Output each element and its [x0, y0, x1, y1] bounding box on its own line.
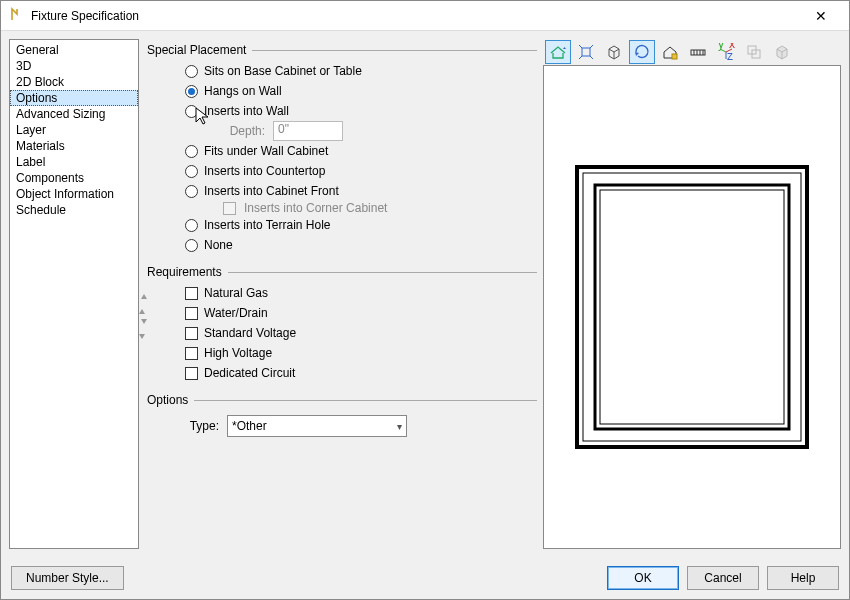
depth-row: Depth: 0" — [147, 121, 537, 141]
requirements-legend: Requirements — [147, 265, 222, 279]
radio-icon — [185, 85, 198, 98]
svg-rect-11 — [600, 190, 784, 424]
radio-icon — [185, 145, 198, 158]
checkbox-icon — [223, 202, 236, 215]
toolbar-xyz-axes[interactable]: xyz — [713, 40, 739, 64]
toolbar-cube-view[interactable] — [601, 40, 627, 64]
radio-icon — [185, 165, 198, 178]
radio-label: Inserts into Cabinet Front — [204, 184, 339, 198]
radio-label: None — [204, 238, 233, 252]
sidebar-item-components[interactable]: Components — [10, 170, 138, 186]
main-area: Special Placement Sits on Base Cabinet o… — [147, 39, 841, 549]
splitter-right[interactable] — [139, 309, 145, 339]
options-legend: Options — [147, 393, 188, 407]
dialog-body: General 3D 2D Block Options Advanced Siz… — [1, 31, 849, 557]
sidebar-item-general[interactable]: General — [10, 42, 138, 58]
radio-label: Fits under Wall Cabinet — [204, 144, 328, 158]
options-group: Options Type: *Other ▾ — [147, 393, 537, 441]
check-water-drain[interactable]: Water/Drain — [147, 303, 537, 323]
radio-label: Hangs on Wall — [204, 84, 282, 98]
radio-none[interactable]: None — [147, 235, 537, 255]
radio-label: Inserts into Wall — [204, 104, 289, 118]
check-high-voltage[interactable]: High Voltage — [147, 343, 537, 363]
radio-inserts-into-wall[interactable]: Inserts into Wall — [147, 101, 537, 121]
checkbox-label: Natural Gas — [204, 286, 268, 300]
sidebar-item-options[interactable]: Options — [10, 90, 138, 106]
ok-button[interactable]: OK — [607, 566, 679, 590]
corner-cabinet-label: Inserts into Corner Cabinet — [244, 201, 387, 215]
sidebar-item-layer[interactable]: Layer — [10, 122, 138, 138]
sidebar-item-label[interactable]: Label — [10, 154, 138, 170]
toolbar-house-color[interactable] — [657, 40, 683, 64]
type-value: *Other — [232, 419, 267, 433]
radio-fits-under-wall-cabinet[interactable]: Fits under Wall Cabinet — [147, 141, 537, 161]
preview-column: xyz — [543, 39, 841, 549]
special-placement-legend: Special Placement — [147, 43, 246, 57]
sidebar: General 3D 2D Block Options Advanced Siz… — [9, 39, 139, 549]
svg-rect-1 — [672, 54, 677, 59]
svg-rect-0 — [582, 48, 590, 56]
dialog-window: Fixture Specification ✕ General 3D 2D Bl… — [0, 0, 850, 600]
svg-rect-8 — [577, 167, 807, 447]
toolbar-copy-view — [741, 40, 767, 64]
window-title: Fixture Specification — [31, 9, 801, 23]
sidebar-item-advanced-sizing[interactable]: Advanced Sizing — [10, 106, 138, 122]
checkbox-icon — [185, 307, 198, 320]
sidebar-item-object-information[interactable]: Object Information — [10, 186, 138, 202]
radio-icon — [185, 219, 198, 232]
svg-rect-10 — [595, 185, 789, 429]
toolbar-measure[interactable] — [685, 40, 711, 64]
toolbar-cube-shaded — [769, 40, 795, 64]
svg-text:z: z — [727, 49, 733, 61]
sidebar-item-2d-block[interactable]: 2D Block — [10, 74, 138, 90]
check-natural-gas[interactable]: Natural Gas — [147, 283, 537, 303]
radio-label: Inserts into Countertop — [204, 164, 325, 178]
depth-label: Depth: — [223, 124, 265, 138]
checkbox-label: Dedicated Circuit — [204, 366, 295, 380]
checkbox-icon — [185, 347, 198, 360]
sidebar-item-materials[interactable]: Materials — [10, 138, 138, 154]
type-select[interactable]: *Other ▾ — [227, 415, 407, 437]
type-label: Type: — [185, 419, 219, 433]
radio-label: Inserts into Terrain Hole — [204, 218, 331, 232]
radio-icon — [185, 65, 198, 78]
close-icon[interactable]: ✕ — [801, 8, 841, 24]
toolbar-elevation-view[interactable] — [545, 40, 571, 64]
checkbox-icon — [185, 367, 198, 380]
toolbar-rotate-cam[interactable] — [629, 40, 655, 64]
radio-hangs-on-wall[interactable]: Hangs on Wall — [147, 81, 537, 101]
checkbox-label: Water/Drain — [204, 306, 268, 320]
checkbox-icon — [185, 287, 198, 300]
radio-inserts-into-cabinet-front[interactable]: Inserts into Cabinet Front — [147, 181, 537, 201]
form-column: Special Placement Sits on Base Cabinet o… — [147, 39, 537, 549]
radio-inserts-into-terrain-hole[interactable]: Inserts into Terrain Hole — [147, 215, 537, 235]
svg-rect-9 — [583, 173, 801, 441]
help-button[interactable]: Help — [767, 566, 839, 590]
titlebar: Fixture Specification ✕ — [1, 1, 849, 31]
svg-text:y: y — [718, 43, 724, 51]
cancel-button[interactable]: Cancel — [687, 566, 759, 590]
footer: Number Style... OK Cancel Help — [1, 557, 849, 599]
checkbox-icon — [185, 327, 198, 340]
check-dedicated-circuit[interactable]: Dedicated Circuit — [147, 363, 537, 383]
sidebar-item-schedule[interactable]: Schedule — [10, 202, 138, 218]
preview-toolbar: xyz — [543, 39, 841, 65]
radio-icon — [185, 239, 198, 252]
depth-input[interactable]: 0" — [273, 121, 343, 141]
toolbar-full-extent[interactable] — [573, 40, 599, 64]
radio-inserts-into-countertop[interactable]: Inserts into Countertop — [147, 161, 537, 181]
special-placement-group: Special Placement Sits on Base Cabinet o… — [147, 43, 537, 255]
radio-sits-on-base[interactable]: Sits on Base Cabinet or Table — [147, 61, 537, 81]
radio-icon — [185, 105, 198, 118]
check-standard-voltage[interactable]: Standard Voltage — [147, 323, 537, 343]
radio-label: Sits on Base Cabinet or Table — [204, 64, 362, 78]
sidebar-item-3d[interactable]: 3D — [10, 58, 138, 74]
number-style-button[interactable]: Number Style... — [11, 566, 124, 590]
picture-frame-preview — [567, 157, 817, 457]
chevron-down-icon: ▾ — [397, 421, 402, 432]
app-icon — [9, 6, 25, 25]
radio-icon — [185, 185, 198, 198]
checkbox-label: High Voltage — [204, 346, 272, 360]
checkbox-label: Standard Voltage — [204, 326, 296, 340]
requirements-group: Requirements Natural Gas Water/Drain Sta… — [147, 265, 537, 383]
